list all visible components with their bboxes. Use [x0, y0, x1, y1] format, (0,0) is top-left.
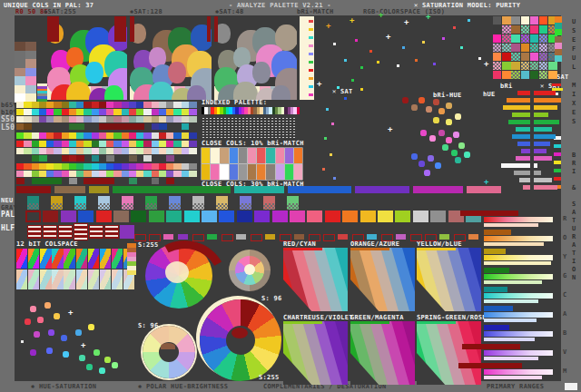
colspace-tile: [76, 249, 87, 269]
comp-panel-2: [417, 248, 481, 311]
mark-cell: [338, 234, 348, 240]
scatter-dot: [464, 152, 470, 158]
match-dash: [309, 77, 313, 80]
match-dash: [309, 44, 313, 47]
pyramid-bar-left: [516, 156, 530, 161]
scatter-dot: [112, 362, 118, 368]
range-gradient-bar: [484, 236, 553, 241]
mark-cell: [323, 234, 335, 241]
close-cols-10-row-a[interactable]: [202, 148, 303, 163]
scatter-dot: [433, 63, 436, 65]
side-swatch: [555, 55, 562, 62]
circle2-sat-label: S: 96: [261, 295, 282, 302]
scatter-dot: [426, 106, 432, 113]
strip-seg: [129, 155, 137, 162]
mix-swatch: [530, 25, 538, 34]
pyramid-bar-left: [501, 163, 530, 168]
mix-swatch: [502, 25, 510, 34]
hue-family-bar: [113, 186, 231, 193]
pyramid-bar-left: [521, 149, 530, 153]
mix-swatch: [521, 62, 529, 70]
scatter-dot: [411, 104, 418, 111]
mix-swatch: [493, 34, 501, 43]
comp-top-edge: [417, 321, 456, 324]
pyramid-bar-right: [534, 98, 561, 103]
mix-swatch: [493, 71, 501, 79]
pyramid-bar-right: [534, 105, 557, 110]
scatter-dot: [433, 117, 439, 123]
neutral-swatch: [145, 196, 157, 210]
pyramid-bar-left: [514, 171, 530, 175]
match-dash: [309, 85, 313, 88]
sidebar-mid-bar: [552, 83, 561, 86]
pal-swatch: [342, 211, 358, 222]
indexed-palette-strip[interactable]: [202, 107, 300, 114]
strip-seg: [189, 109, 197, 115]
scatter-dot: [428, 155, 434, 162]
ramp-step: [25, 59, 36, 68]
range-gradient-bar: [484, 217, 553, 222]
range-pale-bar: [484, 338, 535, 341]
colspace-tile: [16, 249, 27, 269]
mark-cell: [294, 234, 304, 240]
primary-range-B: [484, 325, 555, 342]
close-col-swatch: [285, 164, 293, 180]
range-gradient-bar: [484, 274, 553, 279]
pyramid-bar-right: [534, 178, 552, 182]
scatter-dot: [402, 46, 405, 49]
pal-swatch: [378, 211, 393, 222]
neutral-checker-half: [27, 203, 39, 210]
strip-seg: [152, 178, 160, 184]
colspace-tile: [64, 249, 74, 269]
mix-swatch: [502, 53, 510, 61]
colspace-tiles-top: [16, 249, 135, 269]
circle4-hole: [226, 326, 255, 355]
red-cap-bar: [130, 16, 134, 42]
scatter-plus: +: [484, 177, 488, 186]
color-blob: [66, 82, 91, 100]
range-dark-bar: [484, 249, 506, 254]
mix-swatch: [493, 25, 501, 34]
close-col-swatch: [248, 148, 256, 163]
scatter-dot: [326, 108, 329, 111]
hlf-swatch: [74, 223, 88, 240]
range-dark-bar: [484, 230, 511, 235]
scatter-dot: [455, 113, 461, 120]
mark-cell: [149, 234, 161, 241]
scatter-dot: [419, 161, 425, 167]
neutral-swatch: [74, 196, 86, 210]
scatter-dot: [360, 66, 363, 69]
match-dash: [309, 61, 313, 64]
mix-swatch: [530, 44, 538, 52]
neutral-row[interactable]: [27, 196, 327, 210]
hue-family-bar: [288, 186, 351, 193]
comp-top-edge: [417, 248, 456, 250]
sidebar-swatch-column: [555, 16, 562, 62]
side-swatch: [555, 16, 562, 23]
scatter-dot: [63, 351, 69, 358]
range-gradient-bar: [484, 293, 553, 299]
color-blob: [168, 62, 186, 83]
palette-row[interactable]: [25, 211, 485, 222]
neutral-checker-half: [98, 203, 110, 210]
pal-swatch: [413, 211, 428, 222]
pyramid-bar-left: [503, 105, 530, 110]
primary-range-R: [484, 211, 555, 228]
scatter-dot: [411, 153, 418, 160]
match-dash: [309, 69, 313, 72]
close-col-swatch: [239, 148, 247, 163]
mark-cell: [134, 234, 146, 241]
mix-swatch: [502, 71, 510, 79]
scatter-dot: [355, 39, 358, 42]
match-dash: [309, 93, 313, 96]
match-dash: [309, 28, 313, 31]
primary-range-O: [484, 230, 555, 247]
close-cols-10-row-b[interactable]: [202, 164, 303, 180]
neutral-checker-half: [287, 203, 299, 210]
mark-cell: [381, 234, 393, 241]
primary-range-Y: [484, 249, 555, 266]
comp-top-edge: [350, 321, 389, 324]
colspace-tile: [64, 270, 74, 289]
mix-swatch: [511, 53, 519, 61]
useful-mixes-grid[interactable]: [493, 16, 557, 80]
